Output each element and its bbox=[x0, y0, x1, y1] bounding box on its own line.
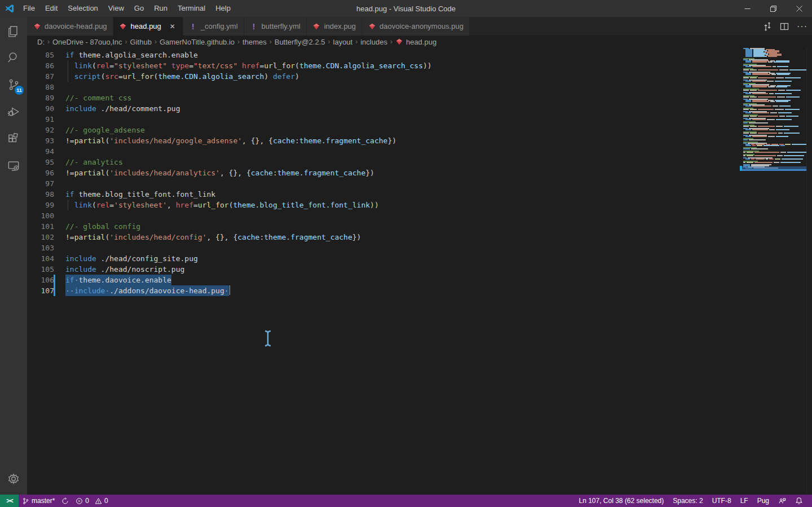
menu-go[interactable]: Go bbox=[129, 2, 149, 15]
code-editor[interactable]: 85if theme.algolia_search.enable86 link(… bbox=[27, 48, 812, 495]
line-number[interactable]: 100 bbox=[27, 210, 54, 221]
menu-help[interactable]: Help bbox=[210, 2, 236, 15]
search-icon[interactable] bbox=[0, 44, 27, 71]
run-debug-icon[interactable] bbox=[0, 98, 27, 125]
menu-view[interactable]: View bbox=[103, 2, 129, 15]
line-number[interactable]: 94 bbox=[27, 146, 54, 157]
line-number[interactable]: 88 bbox=[27, 82, 54, 92]
breadcrumb-item[interactable]: Github bbox=[129, 38, 153, 46]
code-line-97[interactable]: 97 bbox=[27, 178, 739, 189]
line-number[interactable]: 104 bbox=[27, 253, 54, 264]
code-line-94[interactable]: 94 bbox=[27, 146, 739, 157]
menu-terminal[interactable]: Terminal bbox=[173, 2, 210, 15]
indentation-item[interactable]: Spaces: 2 bbox=[668, 495, 707, 507]
code-line-90[interactable]: 90include ./head/comment.pug bbox=[27, 103, 739, 114]
cursor-position-item[interactable]: Ln 107, Col 38 (62 selected) bbox=[574, 495, 668, 507]
code-line-86[interactable]: 86 link(rel="stylesheet" type="text/css"… bbox=[27, 60, 739, 71]
tab-daovoice-anonymous.pug[interactable]: daovoice-anonymous.pug bbox=[362, 17, 470, 36]
menu-edit[interactable]: Edit bbox=[40, 2, 63, 15]
breadcrumb-item[interactable]: D: bbox=[36, 38, 46, 46]
line-number[interactable]: 97 bbox=[27, 178, 54, 189]
close-window-button[interactable] bbox=[786, 0, 812, 17]
notifications-bell-icon[interactable] bbox=[791, 495, 807, 507]
language-mode-item[interactable]: Pug bbox=[753, 495, 774, 507]
code-line-104[interactable]: 104include ./head/config_site.pug bbox=[27, 253, 739, 264]
code-line-96[interactable]: 96!=partial('includes/head/analytics', {… bbox=[27, 167, 739, 178]
code-line-92[interactable]: 92//- google_adsense bbox=[27, 125, 739, 135]
sync-button[interactable] bbox=[58, 495, 72, 507]
tab-_config.yml[interactable]: !_config.yml bbox=[183, 17, 244, 36]
breadcrumb-item[interactable]: Butterfly@2.2.5 bbox=[273, 38, 326, 46]
menu-file[interactable]: File bbox=[18, 2, 40, 15]
line-number[interactable]: 102 bbox=[27, 232, 54, 243]
line-number[interactable]: 93 bbox=[27, 135, 54, 146]
code-line-105[interactable]: 105include ./head/noscript.pug bbox=[27, 264, 739, 275]
line-number[interactable]: 99 bbox=[27, 200, 54, 210]
code-line-106[interactable]: 106if·theme.daovoice.enable bbox=[27, 275, 739, 285]
remote-explorer-icon[interactable] bbox=[0, 152, 27, 179]
source-control-icon[interactable]: 11 bbox=[0, 71, 27, 98]
menu-run[interactable]: Run bbox=[149, 2, 173, 15]
tab-butterfly.yml[interactable]: !butterfly.yml bbox=[244, 17, 307, 36]
tab-head.pug[interactable]: head.pug✕ bbox=[113, 17, 183, 36]
minimap[interactable] bbox=[740, 48, 806, 495]
code-line-101[interactable]: 101//- global config bbox=[27, 221, 739, 232]
line-number[interactable]: 106 bbox=[27, 275, 54, 285]
code-line-100[interactable]: 100 bbox=[27, 210, 739, 221]
breadcrumb-item[interactable]: OneDrive - 87ouo,Inc bbox=[51, 38, 123, 46]
minimize-button[interactable] bbox=[734, 0, 760, 17]
open-changes-icon[interactable] bbox=[763, 22, 772, 31]
feedback-icon[interactable] bbox=[774, 495, 791, 507]
tab-index.pug[interactable]: index.pug bbox=[307, 17, 362, 36]
line-number[interactable]: 87 bbox=[27, 71, 54, 82]
breadcrumb-item[interactable]: layout bbox=[332, 38, 354, 46]
code-line-98[interactable]: 98if theme.blog_title_font.font_link bbox=[27, 189, 739, 200]
settings-gear-icon[interactable] bbox=[0, 465, 27, 492]
line-number[interactable]: 105 bbox=[27, 264, 54, 275]
split-editor-icon[interactable] bbox=[780, 22, 789, 31]
menu-selection[interactable]: Selection bbox=[63, 2, 103, 15]
problems-item[interactable]: 0 0 bbox=[72, 495, 111, 507]
breadcrumb-item[interactable]: head.pug bbox=[394, 38, 438, 46]
line-number[interactable]: 98 bbox=[27, 189, 54, 200]
close-tab-icon[interactable]: ✕ bbox=[168, 23, 177, 30]
code-line-91[interactable]: 91 bbox=[27, 114, 739, 125]
line-number[interactable]: 92 bbox=[27, 125, 54, 135]
minimap-line bbox=[743, 90, 801, 91]
code-line-107[interactable]: 107··include·./addons/daovoice-head.pug· bbox=[27, 285, 739, 296]
line-number[interactable]: 101 bbox=[27, 221, 54, 232]
line-number[interactable]: 85 bbox=[27, 50, 54, 60]
line-number[interactable]: 90 bbox=[27, 103, 54, 114]
line-number[interactable]: 91 bbox=[27, 114, 54, 125]
overview-ruler[interactable] bbox=[806, 48, 812, 495]
eol-item[interactable]: LF bbox=[736, 495, 753, 507]
breadcrumb-item[interactable]: themes bbox=[241, 38, 268, 46]
breadcrumb-item[interactable]: GamerNoTitle.github.io bbox=[158, 38, 236, 46]
explorer-icon[interactable] bbox=[0, 17, 27, 44]
line-number[interactable]: 103 bbox=[27, 243, 54, 253]
line-number[interactable]: 89 bbox=[27, 92, 54, 103]
extensions-icon[interactable] bbox=[0, 125, 27, 152]
more-actions-icon[interactable]: ··· bbox=[797, 21, 807, 32]
code-line-89[interactable]: 89//- comment css bbox=[27, 92, 739, 103]
code-line-95[interactable]: 95//- analytics bbox=[27, 157, 739, 167]
encoding-item[interactable]: UTF-8 bbox=[708, 495, 736, 507]
git-branch-item[interactable]: master* bbox=[19, 495, 58, 507]
code-line-99[interactable]: 99 link(rel='stylesheet', href=url_for(t… bbox=[27, 200, 739, 210]
breadcrumb-item[interactable]: includes bbox=[359, 38, 389, 46]
minimap-line bbox=[745, 105, 791, 107]
restore-button[interactable] bbox=[760, 0, 786, 17]
code-line-87[interactable]: 87 script(src=url_for(theme.CDN.algolia_… bbox=[27, 71, 739, 82]
minimap-line bbox=[745, 74, 789, 75]
code-line-103[interactable]: 103 bbox=[27, 243, 739, 253]
code-line-102[interactable]: 102!=partial('includes/head/config', {},… bbox=[27, 232, 739, 243]
code-line-93[interactable]: 93!=partial('includes/head/google_adsens… bbox=[27, 135, 739, 146]
line-number[interactable]: 86 bbox=[27, 60, 54, 71]
remote-indicator[interactable]: >< bbox=[0, 495, 19, 507]
line-number[interactable]: 96 bbox=[27, 167, 54, 178]
line-number[interactable]: 95 bbox=[27, 157, 54, 167]
code-line-88[interactable]: 88 bbox=[27, 82, 739, 92]
tab-daovoice-head.pug[interactable]: daovoice-head.pug bbox=[27, 17, 113, 36]
code-line-85[interactable]: 85if theme.algolia_search.enable bbox=[27, 50, 739, 60]
line-number[interactable]: 107 bbox=[27, 285, 54, 296]
